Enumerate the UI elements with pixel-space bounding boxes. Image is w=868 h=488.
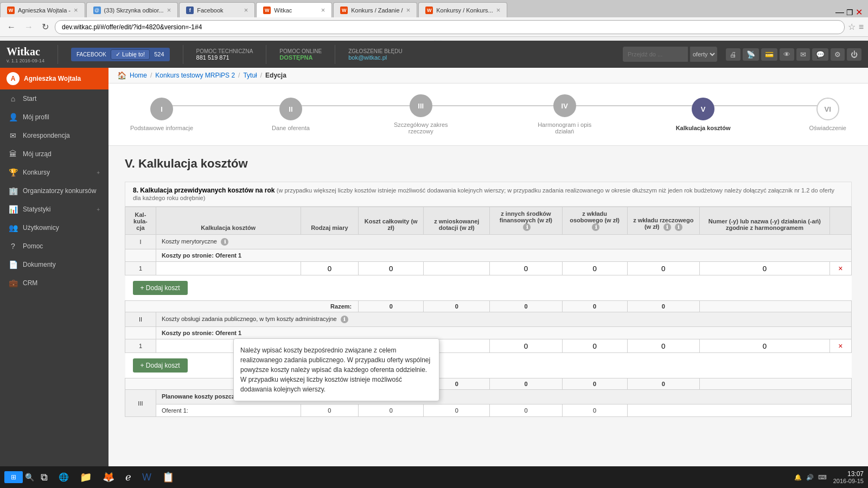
sec-i-row-desc[interactable] [156,262,301,275]
step-4[interactable]: IV Harmonogram i opis działań [532,94,597,134]
close-button[interactable]: ✕ [856,7,863,17]
sidebar-item-organizatorzy[interactable]: 🏢 Organizatorzy konkursów [0,182,108,200]
start-button[interactable]: ⊞ [4,471,23,483]
chat-icon-button[interactable]: 💬 [812,48,828,61]
sec-ii-row-rzeczowe[interactable] [627,339,699,353]
step-1[interactable]: I Podstawowe informacje [130,98,193,131]
sec-i-rzeczowe-input[interactable] [632,265,695,273]
rss-icon-button[interactable]: 📡 [743,48,759,61]
tab-close-1[interactable]: × [74,6,78,14]
tab-witkac[interactable]: W Witkac × [256,2,332,17]
info-icon-innych[interactable]: ℹ [523,223,531,231]
step-6[interactable]: VI Oświadczenie [809,98,846,131]
sec-i-add-cost-button[interactable]: + Dodaj koszt [133,281,188,295]
card-icon-button[interactable]: 💳 [761,48,777,61]
sec-i-delete-button[interactable]: × [838,264,843,273]
back-button[interactable]: ← [4,21,18,33]
sec-i-desc-input[interactable] [161,265,296,273]
tab-close-4[interactable]: × [321,6,326,14]
eye-icon-button[interactable]: 👁 [780,48,794,61]
explorer-icon-button[interactable]: 📁 [75,469,96,485]
info-icon-rzeczowego2[interactable]: ℹ [675,223,682,231]
breadcrumb-home-link[interactable]: Home [130,72,147,79]
tab-close-5[interactable]: × [406,6,411,14]
info-icon-osobowego[interactable]: ℹ [592,223,599,231]
info-icon-section-ii[interactable]: ℹ [341,316,348,323]
like-button[interactable]: ✓ Lubię to! [111,49,150,60]
restore-button[interactable]: ❐ [846,8,853,17]
search-type-select[interactable]: oferty [690,47,717,62]
sidebar-item-start[interactable]: ⌂ Start [0,89,108,108]
sec-ii-numer-input[interactable] [704,342,825,350]
tab-mail[interactable]: @ (33) Skrzynka odbior... × [86,2,178,17]
exit-icon-button[interactable]: ⏻ [847,48,861,61]
taskview-button[interactable]: ⧉ [36,470,52,485]
tab-close-2[interactable]: × [167,6,171,14]
step-5[interactable]: V Kalkulacja kosztów [676,98,731,131]
forward-button[interactable]: → [22,21,36,33]
firefox-icon-button[interactable]: 🦊 [98,469,119,485]
info-icon-rzeczowego[interactable]: ℹ [663,223,671,231]
sec-ii-inne-input[interactable] [494,342,557,350]
breadcrumb-level2-link[interactable]: Tytuł [243,72,257,79]
sec-i-row-rzeczowe[interactable] [627,262,699,275]
minimize-button[interactable]: — [835,8,844,17]
step-3[interactable]: III Szczegółowy zakres rzeczowy [388,94,454,134]
sec-i-row-miary[interactable] [301,262,359,275]
info-icon-section-i[interactable]: ℹ [221,238,228,246]
sec-i-numer-input[interactable] [704,265,825,273]
sidebar-item-crm[interactable]: 💼 CRM [0,274,108,292]
sec-ii-add-cost-button[interactable]: + Dodaj koszt [133,358,188,373]
tab-close-3[interactable]: × [244,6,248,14]
tab-close-6[interactable]: × [496,6,501,14]
step-2[interactable]: II Dane oferenta [272,98,310,131]
ie-icon-button[interactable]: ℯ [121,469,136,485]
edge-icon-button[interactable]: 🌐 [54,470,73,484]
sec-ii-row-delete[interactable]: × [829,339,851,353]
sec-i-calkowity-input[interactable] [363,265,419,273]
menu-icon[interactable]: ≡ [859,22,864,32]
sidebar-item-korespondencja[interactable]: ✉ Korespondencja [0,126,108,145]
print-icon-button[interactable]: 🖨 [726,48,741,61]
sec-i-miary-input[interactable] [305,265,354,273]
sec-i-row-calkowity[interactable] [359,262,424,275]
search-input[interactable] [623,47,688,62]
sec-i-dotacja-input[interactable] [428,265,485,273]
sidebar-item-statystyki[interactable]: 📊 Statystyki + [0,200,108,219]
sec-ii-row-osobowe[interactable] [562,339,627,353]
sidebar-item-dokumenty[interactable]: 📄 Dokumenty [0,255,108,274]
tab-agnieszka[interactable]: W Agnieszka Wojtala - × [0,2,85,17]
sec-ii-row-inne[interactable] [490,339,562,353]
sec-i-inne-input[interactable] [494,265,557,273]
sec-i-row-dotacja[interactable] [424,262,490,275]
tab-konkursy[interactable]: W Konkursy / Konkurs... × [418,2,507,17]
app-icon-button[interactable]: 📋 [158,469,178,485]
sec-ii-row-numer[interactable] [699,339,829,353]
sec-ii-delete-button[interactable]: × [838,342,843,350]
sec-ii-osobowe-input[interactable] [567,342,623,350]
address-input[interactable] [55,20,845,34]
help-icon: ? [9,242,17,251]
sec-i-row-numer[interactable] [699,262,829,275]
star-icon[interactable]: ☆ [848,22,856,32]
sec-i-row-osobowe[interactable] [562,262,627,275]
word-icon-button[interactable]: W [138,470,156,485]
sec-ii-rzeczowe-input[interactable] [632,342,695,350]
sec-i-osobowe-input[interactable] [567,265,623,273]
sec-i-row-inne[interactable] [490,262,562,275]
home-breadcrumb-icon[interactable]: 🏠 [117,71,126,80]
header-divider-2 [183,45,183,64]
sidebar-item-pomoc[interactable]: ? Pomoc [0,237,108,255]
sidebar-item-profile[interactable]: 👤 Mój profil [0,108,108,126]
sidebar-item-urzad[interactable]: 🏛 Mój urząd [0,145,108,163]
sec-i-row-delete[interactable]: × [829,262,851,275]
tab-facebook[interactable]: f Facebook × [179,2,255,17]
settings-icon-button[interactable]: ⚙ [831,48,845,61]
sidebar-item-uzytkownicy[interactable]: 👥 Użytkownicy [0,219,108,237]
sidebar-item-konkursy[interactable]: 🏆 Konkursy + [0,163,108,182]
mail-icon-button[interactable]: ✉ [796,48,810,61]
reload-button[interactable]: ↻ [39,21,52,33]
breadcrumb-level1-link[interactable]: Konkurs testowy MRPiPS 2 [155,72,235,79]
tab-konkurs[interactable]: W Konkurs / Zadanie / × [333,2,417,17]
sidebar-user[interactable]: A Agnieszka Wojtala [0,68,108,89]
